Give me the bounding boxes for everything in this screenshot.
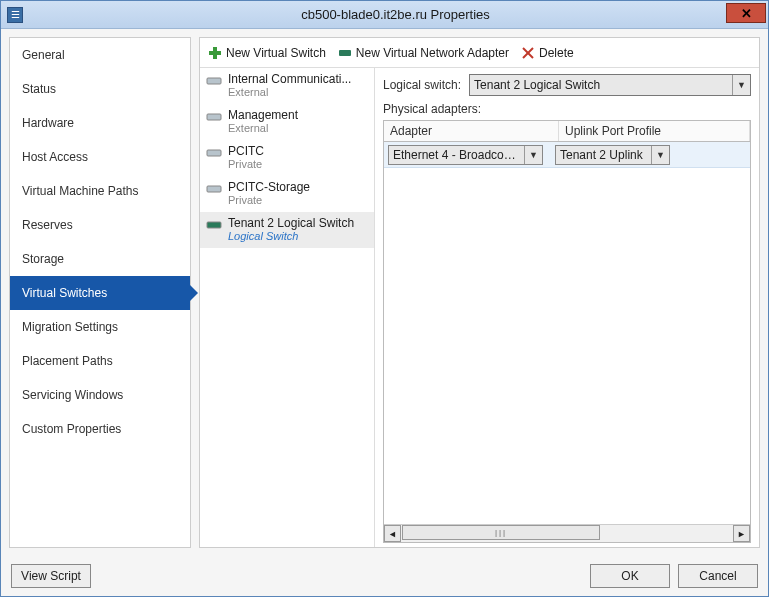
switch-name: Internal Communicati... (228, 72, 368, 86)
main-panel: New Virtual Switch New Virtual Network A… (199, 37, 760, 548)
sidebar-item-servicing-windows[interactable]: Servicing Windows (10, 378, 190, 412)
switch-name: PCITC (228, 144, 368, 158)
properties-window: ☰ cb500-blade0.it2be.ru Properties ✕ Gen… (0, 0, 769, 597)
svg-rect-1 (209, 51, 221, 55)
adapter-value: Ethernet 4 - Broadcom Ne (393, 148, 538, 162)
sidebar-item-general[interactable]: General (10, 38, 190, 72)
new-adapter-label: New Virtual Network Adapter (356, 46, 509, 60)
logical-switch-row: Logical switch: Tenant 2 Logical Switch … (383, 74, 751, 96)
scroll-track[interactable]: ||| (402, 525, 732, 542)
nic-icon (206, 111, 222, 123)
sidebar-item-hardware[interactable]: Hardware (10, 106, 190, 140)
sidebar-item-status[interactable]: Status (10, 72, 190, 106)
delete-button[interactable]: Delete (521, 46, 574, 60)
logical-switch-value: Tenant 2 Logical Switch (474, 78, 600, 92)
switch-item[interactable]: Internal Communicati...External (200, 68, 374, 104)
switch-details-pane: Logical switch: Tenant 2 Logical Switch … (375, 68, 759, 547)
new-virtual-adapter-button[interactable]: New Virtual Network Adapter (338, 46, 509, 60)
table-header: Adapter Uplink Port Profile (383, 120, 751, 142)
switch-item[interactable]: Tenant 2 Logical SwitchLogical Switch (200, 212, 374, 248)
sidebar-item-custom-properties[interactable]: Custom Properties (10, 412, 190, 446)
sidebar-item-placement-paths[interactable]: Placement Paths (10, 344, 190, 378)
window-title: cb500-blade0.it2be.ru Properties (23, 7, 768, 22)
switch-type: Private (228, 158, 368, 170)
nic-icon (206, 219, 222, 231)
svg-rect-2 (339, 50, 351, 56)
switch-type: Private (228, 194, 368, 206)
titlebar: ☰ cb500-blade0.it2be.ru Properties ✕ (1, 1, 768, 29)
cancel-button[interactable]: Cancel (678, 564, 758, 588)
col-uplink[interactable]: Uplink Port Profile (559, 121, 750, 141)
uplink-dropdown[interactable]: Tenant 2 Uplink ▼ (555, 145, 670, 165)
col-adapter[interactable]: Adapter (384, 121, 559, 141)
svg-rect-9 (207, 222, 221, 228)
adapter-icon (338, 46, 352, 60)
svg-rect-6 (207, 114, 221, 120)
chevron-down-icon: ▼ (524, 146, 542, 164)
switch-name: Tenant 2 Logical Switch (228, 216, 368, 230)
window-body: GeneralStatusHardwareHost AccessVirtual … (1, 29, 768, 556)
sidebar-item-reserves[interactable]: Reserves (10, 208, 190, 242)
switch-name: PCITC-Storage (228, 180, 368, 194)
sidebar-item-storage[interactable]: Storage (10, 242, 190, 276)
switch-name: Management (228, 108, 368, 122)
switch-type: External (228, 122, 368, 134)
switch-item[interactable]: PCITCPrivate (200, 140, 374, 176)
window-icon: ☰ (7, 7, 23, 23)
delete-label: Delete (539, 46, 574, 60)
plus-icon (208, 46, 222, 60)
sidebar-item-virtual-machine-paths[interactable]: Virtual Machine Paths (10, 174, 190, 208)
table-row[interactable]: Ethernet 4 - Broadcom Ne ▼ Tenant 2 Upli… (384, 142, 750, 168)
chevron-down-icon: ▼ (732, 75, 750, 95)
svg-rect-7 (207, 150, 221, 156)
switch-list: Internal Communicati...ExternalManagemen… (200, 68, 375, 547)
horizontal-scrollbar[interactable]: ◄ ||| ► (384, 524, 750, 542)
chevron-down-icon: ▼ (651, 146, 669, 164)
switch-item[interactable]: PCITC-StoragePrivate (200, 176, 374, 212)
delete-icon (521, 46, 535, 60)
physical-adapters-table: Adapter Uplink Port Profile Ethernet 4 -… (383, 120, 751, 543)
view-script-button[interactable]: View Script (11, 564, 91, 588)
logical-switch-dropdown[interactable]: Tenant 2 Logical Switch ▼ (469, 74, 751, 96)
sidebar-item-virtual-switches[interactable]: Virtual Switches (10, 276, 190, 310)
adapter-dropdown[interactable]: Ethernet 4 - Broadcom Ne ▼ (388, 145, 543, 165)
nic-icon (206, 147, 222, 159)
new-virtual-switch-button[interactable]: New Virtual Switch (208, 46, 326, 60)
close-button[interactable]: ✕ (726, 3, 766, 23)
uplink-value: Tenant 2 Uplink (560, 148, 661, 162)
nic-icon (206, 183, 222, 195)
content-split: Internal Communicati...ExternalManagemen… (200, 68, 759, 547)
scroll-right-button[interactable]: ► (733, 525, 750, 542)
physical-adapters-label: Physical adapters: (383, 102, 751, 116)
switch-item[interactable]: ManagementExternal (200, 104, 374, 140)
svg-rect-5 (207, 78, 221, 84)
footer: View Script OK Cancel (1, 556, 768, 596)
sidebar-item-migration-settings[interactable]: Migration Settings (10, 310, 190, 344)
scroll-thumb[interactable]: ||| (402, 525, 600, 540)
ok-button[interactable]: OK (590, 564, 670, 588)
table-body: Ethernet 4 - Broadcom Ne ▼ Tenant 2 Upli… (383, 142, 751, 543)
switch-type: Logical Switch (228, 230, 368, 242)
new-switch-label: New Virtual Switch (226, 46, 326, 60)
logical-switch-label: Logical switch: (383, 78, 461, 92)
switch-type: External (228, 86, 368, 98)
nic-icon (206, 75, 222, 87)
scroll-left-button[interactable]: ◄ (384, 525, 401, 542)
toolbar: New Virtual Switch New Virtual Network A… (200, 38, 759, 68)
sidebar-item-host-access[interactable]: Host Access (10, 140, 190, 174)
svg-rect-8 (207, 186, 221, 192)
sidebar: GeneralStatusHardwareHost AccessVirtual … (9, 37, 191, 548)
